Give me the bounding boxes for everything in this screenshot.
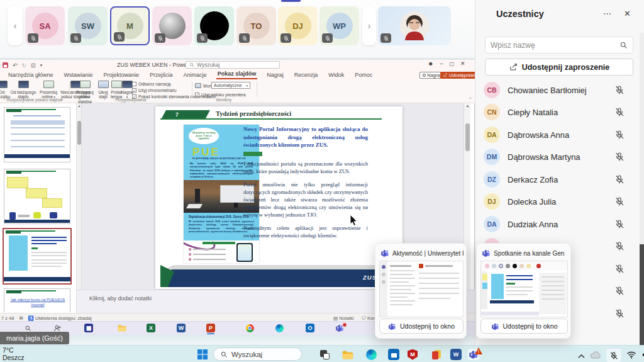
tab-narzedzia-glowne[interactable]: Narzędzia główne <box>7 71 55 79</box>
mic-muted-icon <box>614 241 625 251</box>
mic-muted-icon <box>614 264 625 274</box>
document-red-icon[interactable] <box>431 349 442 360</box>
customize-toolbar-icon[interactable]: ▾ <box>40 63 43 68</box>
scroll-left-button[interactable]: ‹ <box>8 6 23 45</box>
tab-pomoc[interactable]: Pomoc <box>353 71 374 79</box>
ribbon-button-prezentuj-online[interactable]: Prezentuj online ▾ <box>36 81 60 99</box>
ribbon-button-od-biezacego-slajdu[interactable]: Od bieżącego slajdu <box>10 81 36 99</box>
participant-tile-wp[interactable]: WP <box>319 6 359 45</box>
participant-search-input[interactable]: Wpisz nazwę <box>485 37 633 54</box>
share-window-card-meeting[interactable]: Spotkanie na kanale Gen... <box>476 243 571 339</box>
participant-tile-dj[interactable]: DJ <box>278 6 318 45</box>
outlook-icon[interactable]: O <box>306 324 314 332</box>
collapse-ribbon-icon[interactable]: ⌃ <box>469 97 472 102</box>
taskbar-search-input[interactable]: Wyszukaj <box>213 348 302 361</box>
panel-title: Uczestnicy <box>496 9 544 19</box>
checkbox-widok-prezentera[interactable]: ✓Użyj widoku prezentera <box>195 93 246 97</box>
ppt-search-input[interactable]: Wyszukaj <box>186 61 280 69</box>
more-options-icon[interactable]: ⋯ <box>603 9 611 18</box>
tab-recenzja[interactable]: Recenzja <box>293 71 319 79</box>
weather-desc: Deszcz <box>3 354 24 361</box>
slide[interactable]: 7 Tydzień przedsiębiorczości 24 godziny … <box>155 106 402 289</box>
participant-tile-sa[interactable]: SA <box>25 6 65 45</box>
tab-animacje[interactable]: Animacje <box>182 71 208 79</box>
tab-przejscia[interactable]: Przejścia <box>148 71 174 79</box>
share-invite-button[interactable]: Udostępnij zaproszenie <box>485 59 633 76</box>
wifi-icon[interactable] <box>626 350 636 361</box>
record-icon <box>423 74 426 77</box>
participant-row[interactable]: DM Dąbrowska Martyna <box>475 146 639 167</box>
participant-tile-sw[interactable]: SW <box>68 6 108 45</box>
screen: ‹ SA SW M TO DJ WP <box>0 0 644 362</box>
participant-tile-m-selected[interactable]: M <box>110 6 150 45</box>
tab-nagraj[interactable]: Nagraj <box>265 71 285 79</box>
checkbox-odtworz-narracje[interactable]: Odtwórz narrację <box>132 82 171 86</box>
app-dark-blue-icon[interactable]: ▦ <box>84 324 93 332</box>
tray-expand-icon[interactable] <box>578 350 585 361</box>
tray-mic-muted-icon[interactable] <box>606 349 621 362</box>
task-view-icon[interactable] <box>319 349 330 360</box>
participant-row[interactable]: DZ Derkacz Zofia <box>475 169 639 190</box>
powerpoint-icon[interactable]: P <box>206 324 215 332</box>
participant-tile-to[interactable]: TO <box>236 6 276 45</box>
close-panel-icon[interactable]: ✕ <box>624 9 631 18</box>
word-icon[interactable]: W <box>177 324 186 332</box>
notes-toggle[interactable]: ▤ Notatki <box>333 315 354 321</box>
monitor-dropdown[interactable]: Automatyczne▾ <box>211 82 250 89</box>
banner-line <box>160 118 382 120</box>
participant-row[interactable]: DA Dąbrowska Anna <box>475 124 639 145</box>
save-icon[interactable] <box>3 62 8 68</box>
participant-row[interactable]: CB Chowaniec Bartłomiej <box>475 79 639 101</box>
tab-projektowanie[interactable]: Projektowanie <box>103 71 141 79</box>
start-button[interactable] <box>197 349 208 360</box>
account-icon[interactable]: ☻ <box>428 60 433 67</box>
undo-icon[interactable]: ↶ <box>13 62 18 69</box>
slide-thumbnail-1[interactable] <box>4 107 70 162</box>
mcafee-icon[interactable]: M <box>407 349 418 360</box>
participant-row[interactable]: DA Dudziak Anna <box>475 213 639 235</box>
avatar: DM <box>484 149 500 165</box>
participant-tile-photo[interactable] <box>152 6 192 45</box>
participant-row[interactable]: CN Ciepły Natalia <box>475 101 639 123</box>
excel-icon[interactable]: X <box>147 324 155 332</box>
weather-widget[interactable]: 7°C Deszcz <box>3 346 24 361</box>
participant-tile-black[interactable] <box>194 6 234 45</box>
minimize-button[interactable]: – <box>440 60 443 67</box>
tab-widok[interactable]: Widok <box>327 71 345 79</box>
close-button[interactable]: ✕ <box>460 60 465 67</box>
notification-badge <box>342 322 347 327</box>
chrome-icon[interactable] <box>245 324 254 332</box>
ribbon-button-nagraj[interactable]: Nagraj ▾ <box>121 81 133 99</box>
word-icon[interactable]: W <box>450 349 462 360</box>
slide-thumbnail-3-current[interactable] <box>3 228 72 285</box>
people-add-icon[interactable] <box>53 324 62 332</box>
folder-icon[interactable] <box>118 324 126 332</box>
slide-thumbnail-2[interactable] <box>4 169 70 224</box>
file-explorer-icon[interactable] <box>342 349 353 360</box>
tab-wstawianie[interactable]: Wstawianie <box>63 71 94 79</box>
microsoft-store-icon[interactable] <box>388 349 399 360</box>
onedrive-cloud-icon[interactable] <box>590 350 601 361</box>
share-window-card-activity[interactable]: Aktywność | Uniwersytet K... <box>375 243 467 339</box>
search-icon[interactable] <box>23 324 32 332</box>
edge-icon[interactable] <box>365 349 377 360</box>
speaker-icon[interactable] <box>641 350 644 361</box>
scroll-right-button[interactable]: › <box>362 6 376 45</box>
redo-icon[interactable]: ↻ <box>22 62 27 69</box>
local-user-tile[interactable] <box>378 6 451 45</box>
edge-icon[interactable] <box>275 324 284 332</box>
checkbox-uzyj-chronometrazu[interactable]: ✓Użyj chronometrażu <box>132 88 176 93</box>
slideshow-icon[interactable]: ⊡ <box>31 62 36 69</box>
maximize-button[interactable]: ▢ <box>450 61 455 67</box>
slide-thumbnail-4[interactable]: Jak założyć konto na PUE/eZUS /tutorial/ <box>4 288 70 312</box>
share-this-window-button[interactable]: Udostępnij to okno <box>480 319 568 334</box>
participant-row[interactable]: DJ Dolecka Julia <box>475 191 639 212</box>
tab-pokaz-slajdow[interactable]: Pokaz slajdów <box>216 70 258 79</box>
participant-name: Dolecka Julia <box>508 197 556 206</box>
notes-display-icon[interactable]: ▤ <box>19 315 23 320</box>
share-this-window-button[interactable]: Udostępnij to okno <box>379 319 464 334</box>
panel-scrollbar[interactable] <box>640 33 644 345</box>
thumbnail-scrollbar[interactable]: ▲ ▼ <box>77 103 82 313</box>
accessibility-status[interactable]: ♿ Ułatwienia dostępu: zbadaj <box>28 315 92 321</box>
slide-number: 7 <box>175 111 179 118</box>
